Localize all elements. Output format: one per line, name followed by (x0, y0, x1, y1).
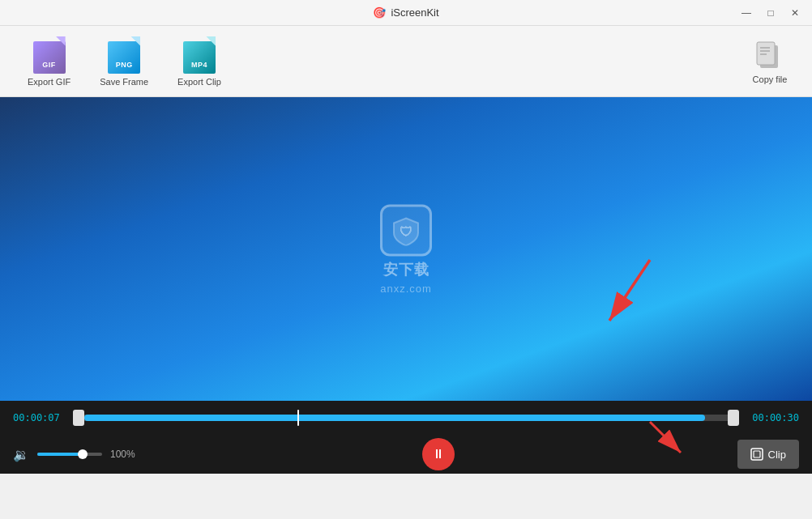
scrubber-track[interactable] (73, 410, 739, 426)
start-time: 00:00:07 (13, 412, 65, 423)
svg-rect-10 (751, 449, 763, 460)
export-gif-label: Export GIF (28, 77, 71, 87)
clip-icon (750, 448, 763, 461)
save-frame-label: Save Frame (100, 77, 148, 87)
play-pause-button[interactable]: ⏸ (422, 438, 455, 470)
window-controls: — □ ✕ (736, 5, 806, 21)
watermark: 🛡 安下载 anxz.com (380, 204, 432, 294)
red-arrow-clip (642, 414, 690, 466)
video-player: 🛡 安下载 anxz.com (0, 97, 812, 401)
red-arrow-svg (593, 252, 658, 333)
app-icon: 🎯 (373, 6, 386, 19)
red-arrow-clip-svg (642, 414, 690, 462)
gif-file-icon: GIF (33, 36, 66, 74)
copy-file-icon-wrap (755, 39, 784, 71)
png-file-icon: PNG (108, 36, 140, 74)
volume-label: 100% (110, 449, 139, 460)
mp4-file-icon: MP4 (183, 36, 216, 74)
watermark-sub: anxz.com (380, 282, 432, 294)
maximize-button[interactable]: □ (760, 5, 781, 21)
watermark-icon: 🛡 (380, 204, 432, 256)
clip-label: Clip (768, 449, 786, 461)
svg-line-7 (609, 260, 650, 321)
minimize-button[interactable]: — (736, 5, 757, 21)
controls-row: 🔉 100% ⏸ Clip (0, 435, 812, 474)
red-arrow-video (593, 252, 658, 336)
shield-icon: 🛡 (391, 215, 421, 245)
copy-file-label: Copy file (753, 74, 788, 84)
svg-rect-1 (757, 42, 775, 65)
copy-file-button[interactable]: Copy file (741, 32, 799, 91)
app-title: 🎯 iScreenKit (373, 6, 438, 19)
end-time: 00:00:30 (747, 412, 799, 423)
scrubber-playhead[interactable] (297, 410, 299, 426)
close-button[interactable]: ✕ (784, 5, 806, 21)
app-title-text: iScreenKit (391, 6, 438, 19)
scrubber-fill (84, 415, 705, 421)
title-bar: 🎯 iScreenKit — □ ✕ (0, 0, 812, 26)
clip-button[interactable]: Clip (737, 440, 799, 469)
export-clip-label: Export Clip (177, 77, 221, 87)
volume-slider[interactable] (37, 453, 102, 456)
volume-slider-thumb[interactable] (78, 449, 88, 459)
save-frame-button[interactable]: PNG Save Frame (85, 30, 163, 93)
scrubber-handle-left[interactable] (73, 410, 84, 426)
scrubber-handle-right[interactable] (728, 410, 739, 426)
export-gif-button[interactable]: GIF Export GIF (13, 30, 85, 93)
volume-icon[interactable]: 🔉 (13, 447, 29, 462)
watermark-text: 安下载 (383, 259, 430, 279)
copy-icon (755, 39, 784, 71)
svg-line-9 (650, 422, 681, 453)
svg-rect-11 (754, 451, 760, 457)
export-clip-button[interactable]: MP4 Export Clip (163, 30, 236, 93)
toolbar-group-left: GIF Export GIF PNG Save Frame MP4 Export… (13, 30, 236, 93)
svg-text:🛡: 🛡 (400, 224, 412, 238)
toolbar: GIF Export GIF PNG Save Frame MP4 Export… (0, 26, 812, 97)
volume-slider-fill (37, 453, 83, 456)
pause-icon: ⏸ (432, 447, 445, 462)
